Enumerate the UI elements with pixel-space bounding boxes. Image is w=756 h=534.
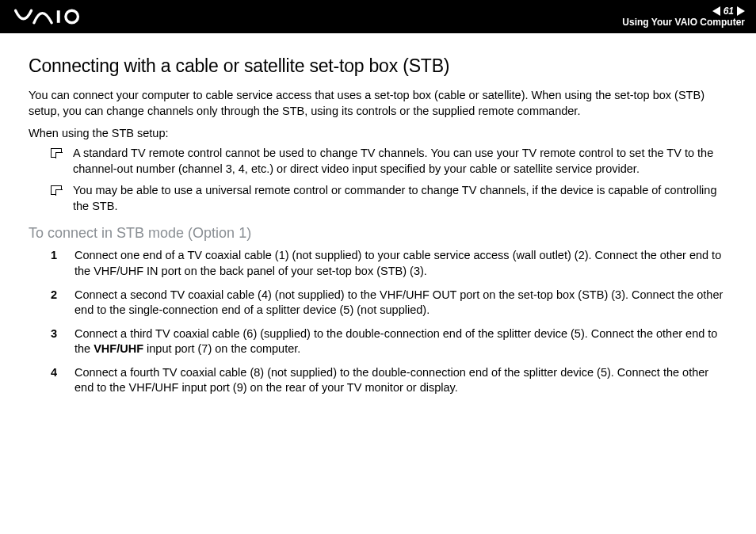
intro-paragraph: You can connect your computer to cable s… — [29, 88, 727, 119]
page-number: 61 — [724, 6, 734, 17]
list-item: A standard TV remote control cannot be u… — [29, 146, 727, 177]
next-page-icon[interactable] — [737, 6, 745, 16]
header-right: 61 Using Your VAIO Computer — [622, 6, 745, 29]
header-bar: 61 Using Your VAIO Computer — [0, 0, 756, 33]
document-page: 61 Using Your VAIO Computer Connecting w… — [0, 0, 756, 534]
step-text: Connect a fourth TV coaxial cable (8) (n… — [74, 365, 727, 396]
step-item: 1 Connect one end of a TV coaxial cable … — [29, 248, 727, 279]
svg-point-1 — [66, 10, 78, 23]
step-text: Connect a second TV coaxial cable (4) (n… — [74, 288, 727, 318]
step-number: 4 — [51, 365, 62, 396]
page-content: Connecting with a cable or satellite set… — [0, 33, 756, 534]
vaio-logo — [11, 9, 106, 25]
subheading: To connect in STB mode (Option 1) — [29, 225, 727, 242]
vaio-logo-svg — [11, 9, 106, 25]
bullet-text: You may be able to use a universal remot… — [73, 183, 727, 214]
step-text: Connect one end of a TV coaxial cable (1… — [74, 248, 727, 279]
svg-rect-0 — [57, 10, 60, 23]
step-number: 2 — [51, 288, 62, 318]
step-item: 2 Connect a second TV coaxial cable (4) … — [29, 288, 727, 318]
step-number: 3 — [51, 326, 62, 357]
steps-list: 1 Connect one end of a TV coaxial cable … — [29, 248, 727, 396]
page-title: Connecting with a cable or satellite set… — [29, 55, 727, 77]
list-item: You may be able to use a universal remot… — [29, 183, 727, 214]
prev-page-icon[interactable] — [712, 6, 720, 16]
step-item: 3 Connect a third TV coaxial cable (6) (… — [29, 326, 727, 357]
bullet-text: A standard TV remote control cannot be u… — [73, 146, 727, 177]
page-navigator: 61 — [712, 6, 745, 17]
step-number: 1 — [51, 248, 62, 279]
bullet-list: A standard TV remote control cannot be u… — [29, 146, 727, 214]
step-text-post: input port (7) on the computer. — [143, 342, 300, 355]
section-label: Using Your VAIO Computer — [622, 17, 745, 28]
lead-paragraph: When using the STB setup: — [29, 127, 727, 139]
step-item: 4 Connect a fourth TV coaxial cable (8) … — [29, 365, 727, 396]
step-text: Connect a third TV coaxial cable (6) (su… — [74, 326, 727, 357]
box-bullet-icon — [51, 185, 62, 195]
step-text-bold: VHF/UHF — [94, 342, 143, 355]
box-bullet-icon — [51, 148, 62, 158]
